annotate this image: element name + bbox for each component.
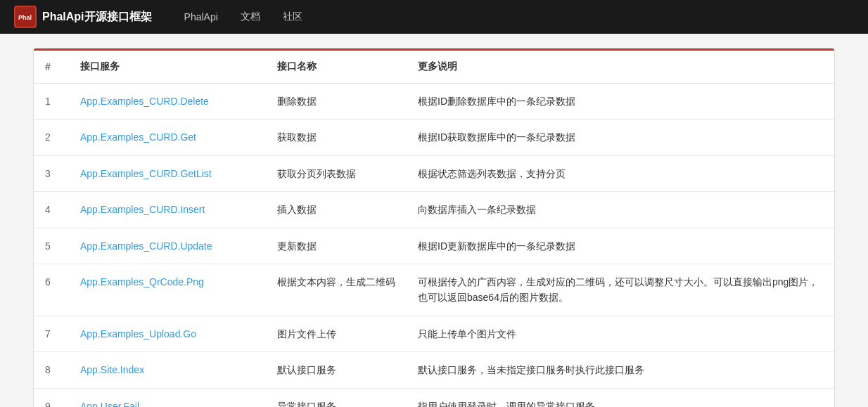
- header-service: 接口服务: [69, 51, 266, 84]
- main-content: # 接口服务 接口名称 更多说明 1App.Examples_CURD.Dele…: [12, 34, 856, 407]
- header-name: 接口名称: [266, 51, 407, 84]
- cell-name: 默认接口服务: [266, 352, 407, 388]
- cell-desc: 向数据库插入一条纪录数据: [407, 192, 834, 228]
- cell-desc: 根据状态筛选列表数据，支持分页: [407, 155, 834, 191]
- api-table: # 接口服务 接口名称 更多说明 1App.Examples_CURD.Dele…: [34, 51, 834, 407]
- table-row: 9App.User.Fail异常接口服务指用户使用登录时，调用的异常接口服务: [34, 388, 834, 407]
- cell-service: App.Examples_CURD.Delete: [69, 84, 266, 119]
- cell-service: App.Examples_CURD.Get: [69, 119, 266, 155]
- table-row: 8App.Site.Index默认接口服务默认接口服务，当未指定接口服务时执行此…: [34, 352, 834, 388]
- cell-desc: 默认接口服务，当未指定接口服务时执行此接口服务: [407, 352, 834, 388]
- cell-name: 更新数据: [266, 228, 407, 264]
- cell-service: App.Examples_CURD.Insert: [69, 192, 266, 228]
- service-link[interactable]: App.Examples_Upload.Go: [80, 328, 196, 340]
- table-row: 4App.Examples_CURD.Insert插入数据向数据库插入一条纪录数…: [34, 192, 834, 228]
- cell-name: 获取数据: [266, 119, 407, 155]
- table-row: 3App.Examples_CURD.GetList获取分页列表数据根据状态筛选…: [34, 155, 834, 191]
- service-link[interactable]: App.Examples_CURD.Update: [80, 240, 212, 252]
- table-row: 7App.Examples_Upload.Go图片文件上传只能上传单个图片文件: [34, 316, 834, 351]
- cell-num: 9: [34, 388, 69, 407]
- service-link[interactable]: App.Examples_CURD.GetList: [80, 168, 212, 179]
- cell-desc: 可根据传入的广西内容，生成对应的二维码，还可以调整尺寸大小。可以直接输出png图…: [407, 264, 834, 316]
- service-link[interactable]: App.Examples_CURD.Delete: [80, 96, 209, 107]
- table-row: 6App.Examples_QrCode.Png根据文本内容，生成二维码可根据传…: [34, 264, 834, 316]
- cell-name: 图片文件上传: [266, 316, 407, 351]
- cell-service: App.Examples_Upload.Go: [69, 316, 266, 351]
- cell-name: 插入数据: [266, 192, 407, 228]
- cell-num: 4: [34, 192, 69, 228]
- navbar: Phal PhalApi开源接口框架 PhalApi 文档 社区: [0, 0, 868, 34]
- cell-num: 7: [34, 316, 69, 351]
- cell-desc: 只能上传单个图片文件: [407, 316, 834, 351]
- table-row: 1App.Examples_CURD.Delete删除数据根据ID删除数据库中的…: [34, 84, 834, 119]
- cell-service: App.Examples_QrCode.Png: [69, 264, 266, 316]
- brand-link[interactable]: Phal PhalApi开源接口框架: [14, 6, 152, 28]
- nav-community[interactable]: 社区: [272, 0, 314, 34]
- brand-logo: Phal: [14, 6, 37, 28]
- cell-name: 获取分页列表数据: [266, 155, 407, 191]
- svg-text:Phal: Phal: [18, 14, 32, 21]
- cell-num: 6: [34, 264, 69, 316]
- cell-num: 2: [34, 119, 69, 155]
- header-row: # 接口服务 接口名称 更多说明: [34, 51, 834, 84]
- cell-num: 5: [34, 228, 69, 264]
- table-row: 5App.Examples_CURD.Update更新数据根据ID更新数据库中的…: [34, 228, 834, 264]
- brand-logo-icon: Phal: [15, 7, 35, 27]
- brand-name: PhalApi开源接口框架: [42, 10, 152, 25]
- service-link[interactable]: App.Examples_CURD.Get: [80, 131, 196, 143]
- cell-name: 异常接口服务: [266, 388, 407, 407]
- cell-num: 1: [34, 84, 69, 119]
- service-link[interactable]: App.User.Fail: [80, 401, 139, 407]
- table-header: # 接口服务 接口名称 更多说明: [34, 51, 834, 84]
- nav-docs[interactable]: 文档: [229, 0, 272, 34]
- cell-name: 根据文本内容，生成二维码: [266, 264, 407, 316]
- cell-service: App.Site.Index: [69, 352, 266, 388]
- header-desc: 更多说明: [407, 51, 834, 84]
- cell-service: App.User.Fail: [69, 388, 266, 407]
- service-link[interactable]: App.Examples_QrCode.Png: [80, 276, 204, 288]
- table-row: 2App.Examples_CURD.Get获取数据根据ID获取数据库中的一条纪…: [34, 119, 834, 155]
- cell-num: 8: [34, 352, 69, 388]
- cell-num: 3: [34, 155, 69, 191]
- header-num: #: [34, 51, 69, 84]
- api-table-container: # 接口服务 接口名称 更多说明 1App.Examples_CURD.Dele…: [33, 48, 835, 407]
- cell-service: App.Examples_CURD.GetList: [69, 155, 266, 191]
- cell-name: 删除数据: [266, 84, 407, 119]
- nav-phalapi[interactable]: PhalApi: [173, 0, 229, 34]
- cell-desc: 指用户使用登录时，调用的异常接口服务: [407, 388, 834, 407]
- cell-desc: 根据ID删除数据库中的一条纪录数据: [407, 84, 834, 119]
- service-link[interactable]: App.Examples_CURD.Insert: [80, 204, 205, 215]
- cell-desc: 根据ID更新数据库中的一条纪录数据: [407, 228, 834, 264]
- cell-service: App.Examples_CURD.Update: [69, 228, 266, 264]
- navbar-menu: PhalApi 文档 社区: [173, 0, 314, 34]
- table-body: 1App.Examples_CURD.Delete删除数据根据ID删除数据库中的…: [34, 84, 834, 408]
- cell-desc: 根据ID获取数据库中的一条纪录数据: [407, 119, 834, 155]
- service-link[interactable]: App.Site.Index: [80, 364, 144, 375]
